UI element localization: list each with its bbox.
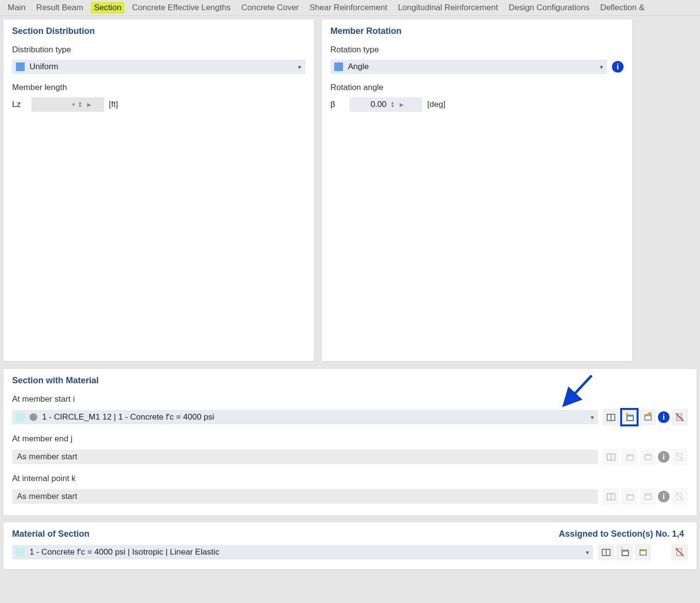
rotation-type-select[interactable]: Angle ▾: [330, 60, 607, 74]
panel-title: Section Distribution: [12, 26, 305, 36]
circle-icon: [30, 413, 37, 421]
play-icon[interactable]: ▶: [400, 102, 403, 108]
distribution-type-label: Distribution type: [12, 45, 305, 55]
assigned-sections-label: Assigned to Section(s) No. 1,4: [559, 529, 688, 539]
chevron-down-icon: ▾: [586, 549, 589, 556]
at-internal-value: As member start: [12, 489, 598, 504]
member-length-field[interactable]: [35, 99, 69, 110]
tab-concrete-cover[interactable]: Concrete Cover: [238, 2, 302, 14]
chevron-down-icon: ▾: [600, 63, 603, 71]
at-start-label: At member start i: [12, 394, 688, 404]
swatch-icon: [16, 413, 25, 422]
chevron-down-icon: ▾: [72, 101, 75, 108]
member-length-symbol: Lz: [12, 100, 27, 109]
rotation-type-value: Angle: [348, 62, 369, 72]
tab-section[interactable]: Section: [91, 2, 124, 14]
swatch-icon: [334, 62, 343, 71]
rotation-type-label: Rotation type: [330, 45, 624, 55]
chevron-down-icon: ▾: [298, 63, 301, 71]
library-button[interactable]: [603, 409, 619, 425]
rotation-angle-label: Rotation angle: [330, 83, 624, 92]
panel-title: Member Rotation: [330, 26, 624, 36]
tab-design-configurations[interactable]: Design Configurations: [506, 2, 592, 14]
new-material-button[interactable]: [616, 544, 633, 560]
svg-rect-13: [645, 454, 651, 456]
edit-section-button: [640, 449, 656, 465]
tab-deflection[interactable]: Deflection &: [597, 2, 648, 14]
tab-bar: Main Result Beam Section Concrete Effect…: [0, 0, 700, 16]
edit-section-button: [640, 488, 656, 505]
at-start-select[interactable]: 1 - CIRCLE_M1 12 | 1 - Concrete f'c = 40…: [12, 410, 598, 424]
member-length-unit: [ft]: [109, 100, 118, 109]
distribution-type-value: Uniform: [30, 62, 59, 72]
rotation-angle-symbol: β: [330, 100, 345, 109]
tab-longitudinal-reinforcement[interactable]: Longitudinal Reinforcement: [395, 2, 501, 14]
delete-section-button[interactable]: [671, 409, 688, 425]
new-section-button: [621, 449, 638, 465]
panel-section-distribution: Section Distribution Distribution type U…: [3, 19, 314, 362]
spinner-icon[interactable]: ▲▼: [78, 101, 82, 108]
library-button: [603, 488, 619, 505]
swatch-icon: [16, 62, 25, 71]
edit-material-button[interactable]: [635, 544, 651, 560]
panel-member-rotation: Member Rotation Rotation type Angle ▾ i …: [321, 19, 633, 362]
rotation-angle-input[interactable]: ▲▼ ▶: [350, 97, 422, 112]
panel-title: Section with Material: [12, 376, 688, 386]
material-value: 1 - Concrete f'c = 4000 psi | Isotropic …: [30, 547, 219, 557]
svg-rect-11: [627, 455, 633, 456]
panel-title: Material of Section: [12, 529, 89, 539]
delete-section-button: [671, 449, 688, 465]
info-icon: i: [658, 491, 670, 502]
at-end-value: As member start: [12, 450, 598, 464]
new-section-button: [621, 488, 638, 505]
rotation-angle-unit: [deg]: [427, 100, 446, 109]
delete-section-button: [671, 488, 688, 505]
library-button: [603, 449, 619, 465]
swatch-icon: [16, 548, 25, 557]
rotation-angle-field[interactable]: [354, 99, 387, 110]
member-length-input[interactable]: ▾ ▲▼ ▶: [31, 97, 104, 112]
svg-rect-2: [627, 415, 633, 417]
material-select[interactable]: 1 - Concrete f'c = 4000 psi | Isotropic …: [12, 545, 593, 559]
tab-main[interactable]: Main: [5, 2, 29, 14]
svg-rect-25: [640, 550, 646, 551]
library-button[interactable]: [598, 544, 614, 560]
new-section-button[interactable]: [621, 409, 638, 425]
edit-section-button[interactable]: [640, 409, 656, 425]
svg-rect-19: [645, 494, 651, 496]
delete-material-button[interactable]: [671, 544, 688, 560]
tab-concrete-effective-lengths[interactable]: Concrete Effective Lengths: [129, 2, 234, 14]
spinner-icon[interactable]: ▲▼: [390, 101, 395, 108]
at-internal-label: At internal point k: [12, 474, 688, 483]
tab-shear-reinforcement[interactable]: Shear Reinforcement: [307, 2, 390, 14]
svg-rect-23: [622, 550, 628, 552]
info-icon: i: [658, 451, 670, 463]
at-start-value: 1 - CIRCLE_M1 12 | 1 - Concrete f'c = 40…: [42, 412, 214, 422]
panel-material-of-section: Material of Section Assigned to Section(…: [3, 522, 697, 570]
tab-result-beam[interactable]: Result Beam: [33, 2, 86, 14]
info-icon[interactable]: i: [658, 411, 670, 423]
chevron-down-icon: ▾: [591, 414, 594, 421]
svg-rect-17: [627, 495, 633, 496]
panel-section-with-material: Section with Material At member start i …: [3, 368, 697, 516]
info-icon[interactable]: i: [612, 61, 624, 73]
distribution-type-select[interactable]: Uniform ▾: [12, 60, 305, 74]
member-length-label: Member length: [12, 83, 305, 92]
at-end-label: At member end j: [12, 434, 688, 444]
play-icon[interactable]: ▶: [87, 102, 91, 108]
